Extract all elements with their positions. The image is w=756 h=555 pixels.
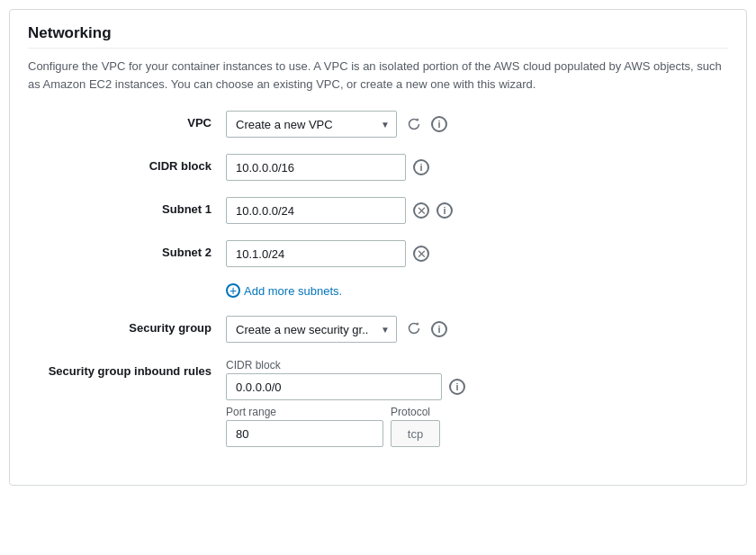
add-more-subnets-button[interactable]: + Add more subnets. — [226, 283, 342, 298]
cidr-block-label: CIDR block — [28, 154, 226, 173]
security-group-inbound-row: Security group inbound rules CIDR block … — [28, 359, 728, 447]
protocol-label: Protocol — [391, 406, 440, 418]
subnet1-input[interactable] — [226, 197, 406, 224]
security-group-select[interactable]: Create a new security gr... — [226, 316, 397, 343]
inbound-fields-container: CIDR block i Port range Protocol tcp — [226, 359, 465, 447]
security-group-select-wrapper: Create a new security gr... ▼ — [226, 316, 397, 343]
add-subnets-row: + Add more subnets. — [28, 283, 728, 298]
vpc-info-icon[interactable]: i — [431, 116, 447, 132]
security-group-info-icon[interactable]: i — [431, 321, 447, 337]
port-range-label: Port range — [226, 406, 383, 418]
subnet2-label: Subnet 2 — [28, 240, 226, 259]
vpc-select[interactable]: Create a new VPC — [226, 111, 397, 138]
subnet1-label: Subnet 1 — [28, 197, 226, 216]
security-group-inbound-label: Security group inbound rules — [28, 359, 226, 378]
inbound-cidr-input[interactable] — [226, 373, 442, 400]
security-group-refresh-icon — [406, 320, 422, 339]
vpc-row: VPC Create a new VPC ▼ i — [28, 111, 728, 138]
subnet2-row: Subnet 2 ✕ — [28, 240, 728, 267]
inbound-port-row: Port range Protocol tcp — [226, 406, 465, 447]
vpc-label: VPC — [28, 111, 226, 130]
subnet1-info-icon[interactable]: i — [436, 202, 453, 219]
networking-panel: Networking Configure the VPC for your co… — [9, 9, 747, 486]
inbound-cidr-label: CIDR block — [226, 359, 442, 371]
add-more-subnets-label: Add more subnets. — [244, 284, 342, 298]
subnet2-input[interactable] — [226, 240, 406, 267]
subnet1-remove-icon[interactable]: ✕ — [413, 202, 429, 219]
subnet1-control-group: ✕ i — [226, 197, 728, 224]
cidr-block-info-icon[interactable]: i — [413, 159, 429, 175]
vpc-refresh-button[interactable] — [404, 114, 424, 134]
security-group-control-group: Create a new security gr... ▼ i — [226, 316, 728, 343]
cidr-block-row: CIDR block i — [28, 154, 728, 181]
port-range-input[interactable] — [226, 420, 383, 447]
subnet1-row: Subnet 1 ✕ i — [28, 197, 728, 224]
panel-title: Networking — [28, 24, 728, 49]
panel-description: Configure the VPC for your container ins… — [28, 58, 728, 93]
protocol-field-group: Protocol tcp — [391, 406, 440, 447]
security-group-row: Security group Create a new security gr.… — [28, 316, 728, 343]
vpc-control-group: Create a new VPC ▼ i — [226, 111, 728, 138]
subnet2-remove-icon[interactable]: ✕ — [413, 246, 429, 262]
protocol-value: tcp — [391, 420, 440, 447]
plus-circle-icon: + — [226, 283, 240, 298]
port-field-group: Port range — [226, 406, 383, 447]
security-group-refresh-button[interactable] — [404, 318, 424, 341]
inbound-cidr-info-icon[interactable]: i — [449, 379, 465, 395]
vpc-select-wrapper: Create a new VPC ▼ — [226, 111, 397, 138]
subnet2-control-group: ✕ — [226, 240, 728, 267]
security-group-label: Security group — [28, 316, 226, 335]
cidr-block-control-group: i — [226, 154, 728, 181]
cidr-block-input[interactable] — [226, 154, 406, 181]
refresh-icon — [406, 116, 422, 132]
cidr-field-group: CIDR block — [226, 359, 442, 400]
inbound-cidr-row: CIDR block i — [226, 359, 465, 400]
